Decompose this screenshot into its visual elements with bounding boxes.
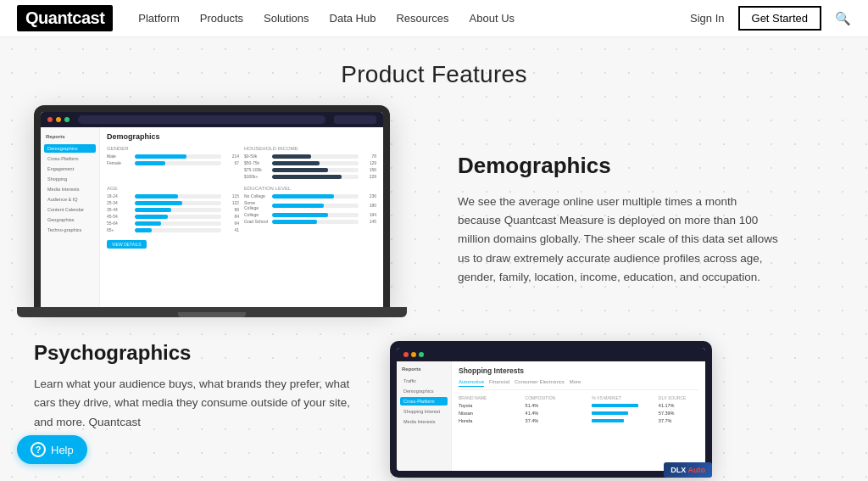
age-track-6 (135, 228, 221, 232)
logo[interactable]: Quantcast (17, 5, 113, 31)
bar-income-1: $0-50k 78 (244, 154, 376, 159)
comp-honda: 37.4% (526, 418, 593, 423)
edu-fill-3 (272, 213, 328, 217)
th-vs-market: % VS MARKET (592, 395, 659, 400)
sidebar-item-8[interactable]: Techno-graphics (44, 226, 96, 234)
sidebar-item-5[interactable]: Audience & IQ (44, 195, 96, 204)
t-shopping[interactable]: Shopping Interest (400, 407, 448, 416)
close-dot (47, 117, 53, 122)
age-num-3: 99 (224, 207, 239, 212)
nav-solutions[interactable]: Solutions (264, 12, 309, 25)
tablet-outer: Reports Traffic Demographics Cross-Platf… (390, 341, 712, 478)
psychographics-text: Psychographics Learn what your audience … (34, 341, 356, 432)
income-num-4: 229 (361, 174, 376, 179)
screen-body: Reports Demographics Cross-Platform Enga… (41, 127, 383, 307)
income-track-4 (272, 175, 359, 179)
age-label: AGE (107, 186, 239, 191)
tab-more[interactable]: More (570, 379, 581, 387)
sidebar-item-3[interactable]: Shopping (44, 175, 96, 183)
t-min-dot (411, 352, 416, 357)
nav-platform[interactable]: Platform (138, 12, 179, 25)
comp-toyota: 51.4% (526, 403, 593, 408)
t-traffic[interactable]: Traffic (400, 377, 448, 385)
laptop-base (17, 307, 407, 317)
bar-edu-4: Grad School 145 (244, 219, 376, 224)
sidebar-item-2[interactable]: Engagement (44, 165, 96, 173)
income-num-2: 129 (361, 160, 376, 165)
age-track-3 (135, 208, 221, 212)
tab-consumer-electronics[interactable]: Consumer Electronics (515, 379, 565, 387)
age-num-6: 41 (224, 227, 239, 232)
nav-resources[interactable]: Resources (396, 12, 448, 25)
t-media[interactable]: Media Interests (400, 417, 448, 426)
income-fill-4 (272, 175, 342, 179)
th-comp: COMPOSITION (526, 395, 593, 400)
bar-female: Female 67 (107, 160, 239, 165)
nav-products[interactable]: Products (200, 12, 243, 25)
bar-income-2: $50-75k 129 (244, 160, 376, 165)
edu-num-2: 180 (361, 203, 376, 208)
sidebar-item-4[interactable]: Media Interests (44, 185, 96, 193)
gender-label: GENDER (107, 146, 239, 151)
age-track-2 (135, 201, 221, 205)
tablet-screen: Reports Traffic Demographics Cross-Platf… (397, 348, 705, 471)
gender-section: GENDER Male 214 Fe (107, 146, 239, 181)
age-fill-2 (135, 201, 182, 205)
income-track-1 (272, 154, 359, 159)
vs-honda: 37.7% (659, 418, 698, 423)
view-details-button[interactable]: VIEW DETAILS (107, 240, 147, 249)
income-label-2: $50-75k (244, 160, 270, 165)
tablet-tabs: Automotive Financial Consumer Electronic… (459, 379, 698, 390)
sidebar-active-item[interactable]: Demographics (44, 144, 96, 153)
sidebar-item-7[interactable]: Geographies (44, 215, 96, 224)
nav-data-hub[interactable]: Data Hub (330, 12, 376, 25)
income-track-3 (272, 168, 359, 172)
bar-toyota (592, 404, 638, 407)
bar-edu-1: No College 236 (244, 193, 376, 199)
income-fill-2 (272, 161, 320, 165)
signin-button[interactable]: Sign In (690, 12, 724, 25)
tablet-main: Shopping Interests Automotive Financial … (452, 361, 705, 471)
age-55: 55-64 (107, 221, 132, 226)
navbar: Quantcast Platform Products Solutions Da… (0, 0, 868, 37)
t-cross-platform[interactable]: Cross-Platform (400, 397, 448, 405)
get-started-button[interactable]: Get Started (738, 6, 821, 31)
age-track-5 (135, 221, 221, 226)
edu-track-4 (272, 220, 359, 224)
help-button[interactable]: ? Help (17, 435, 87, 464)
help-label: Help (51, 444, 74, 456)
t-demographics[interactable]: Demographics (400, 387, 448, 395)
edu-track-3 (272, 213, 359, 217)
brand-honda: Honda (459, 418, 526, 423)
search-icon[interactable]: 🔍 (835, 11, 851, 26)
table-row: Toyota 51.4% 41.17% (459, 403, 698, 408)
laptop-mockup: Reports Demographics Cross-Platform Enga… (34, 105, 424, 317)
female-label: Female (107, 160, 132, 165)
income-num-3: 156 (361, 167, 376, 172)
demographics-row: Reports Demographics Cross-Platform Enga… (0, 88, 868, 317)
tablet-table: BRAND NAME COMPOSITION % VS MARKET DLX S… (459, 395, 698, 423)
tablet-sidebar: Reports Traffic Demographics Cross-Platf… (397, 361, 452, 471)
edu-label-1: No College (244, 193, 270, 199)
age-fill-1 (135, 194, 178, 199)
income-fill-1 (272, 154, 311, 159)
female-num: 67 (224, 160, 239, 165)
edu-num-4: 145 (361, 219, 376, 224)
comp-nissan: 41.4% (526, 411, 593, 416)
tab-automotive[interactable]: Automotive (459, 379, 484, 387)
age-track-1 (135, 194, 221, 199)
sidebar-item-6[interactable]: Content Calendar (44, 205, 96, 214)
psychographics-heading: Psychographics (34, 341, 356, 365)
income-num-1: 78 (361, 154, 376, 159)
bar-honda (592, 419, 624, 422)
demographics-heading: Demographics (458, 153, 817, 179)
bar-age-5: 55-64 64 (107, 221, 239, 226)
help-icon: ? (31, 442, 46, 457)
dlx-badge: DLX Auto (664, 462, 712, 478)
edu-fill-2 (272, 204, 324, 208)
nav-about-us[interactable]: About Us (470, 12, 515, 25)
edu-label-4: Grad School (244, 219, 270, 224)
sidebar-item-1[interactable]: Cross-Platform (44, 154, 96, 163)
tab-financial[interactable]: Financial (489, 379, 509, 387)
tablet-mockup: Reports Traffic Demographics Cross-Platf… (390, 341, 817, 477)
